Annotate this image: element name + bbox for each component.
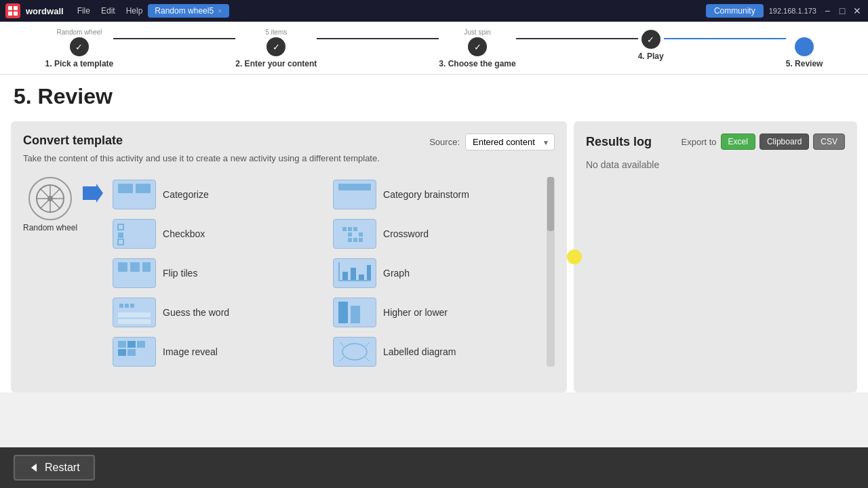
connector-3	[516, 38, 638, 39]
progress-steps: Random wheel ✓ 1. Pick a template 5 item…	[45, 28, 823, 68]
svg-rect-50	[130, 304, 134, 308]
svg-rect-21	[126, 226, 149, 228]
step-2[interactable]: 5 items ✓ 2. Enter your content	[235, 28, 317, 68]
svg-rect-13	[118, 196, 133, 205]
template-guess-the-word-label: Guess the word	[163, 307, 229, 318]
svg-rect-1	[14, 6, 18, 10]
template-graph[interactable]: Graph	[329, 256, 545, 291]
minimize-button[interactable]: −	[822, 5, 833, 16]
svg-rect-28	[348, 227, 352, 231]
template-guess-the-word[interactable]: Guess the word	[108, 295, 325, 330]
menu-help[interactable]: Help	[126, 6, 143, 16]
step-3[interactable]: Just spin ✓ 3. Choose the game	[439, 28, 515, 68]
template-labelled-diagram[interactable]: Labelled diagram	[329, 334, 545, 367]
restart-icon	[28, 462, 39, 473]
titlebar-left: wordwall File Edit Help Random wheel5 ×	[5, 3, 229, 18]
template-categorize[interactable]: Categorize	[108, 177, 325, 212]
menu-edit[interactable]: Edit	[101, 6, 115, 16]
export-excel-button[interactable]: Excel	[721, 134, 755, 150]
svg-rect-53	[338, 302, 348, 323]
template-crossword[interactable]: Crossword	[329, 216, 545, 251]
thumb-category-brainstorm	[333, 180, 376, 209]
template-category-brainstorm[interactable]: Category brainstorm	[329, 177, 545, 212]
svg-rect-31	[348, 238, 352, 242]
source-dropdown[interactable]: Entered content	[465, 134, 555, 150]
svg-point-9	[47, 196, 53, 201]
svg-rect-27	[342, 227, 347, 231]
template-grid: Categorize Category brainstorm	[108, 177, 555, 367]
template-image-reveal[interactable]: Image reveal	[108, 334, 325, 367]
export-row: Export to Excel Clipboard CSV	[682, 134, 845, 150]
step-2-label: 2. Enter your content	[235, 59, 317, 68]
svg-rect-24	[118, 239, 123, 245]
svg-rect-20	[118, 224, 123, 230]
connector-1	[113, 38, 235, 39]
step-1[interactable]: Random wheel ✓ 1. Pick a template	[45, 28, 114, 68]
community-button[interactable]: Community	[706, 4, 764, 18]
results-log-title: Results log	[586, 135, 652, 149]
template-higher-or-lower[interactable]: Higher or lower	[329, 295, 545, 330]
current-template-icon	[28, 177, 72, 220]
scrollbar-thumb[interactable]	[547, 177, 554, 231]
scrollbar-track[interactable]	[547, 177, 555, 367]
svg-rect-39	[130, 274, 140, 284]
svg-rect-0	[8, 6, 12, 10]
step-5-label: 5. Review	[786, 59, 823, 68]
thumb-categorize	[113, 180, 156, 209]
titlebar: wordwall File Edit Help Random wheel5 × …	[0, 0, 868, 22]
svg-rect-2	[8, 12, 12, 16]
template-labelled-diagram-label: Labelled diagram	[383, 346, 456, 357]
titlebar-right: Community 192.168.1.173 − □ ✕	[706, 4, 863, 18]
export-clipboard-button[interactable]: Clipboard	[760, 134, 809, 150]
close-button[interactable]: ✕	[852, 5, 863, 16]
step-4-icon: ✓	[642, 30, 660, 49]
svg-rect-45	[359, 274, 364, 280]
active-tab[interactable]: Random wheel5 ×	[148, 4, 229, 18]
svg-rect-37	[142, 262, 151, 272]
svg-rect-23	[126, 234, 149, 237]
svg-rect-3	[14, 12, 18, 16]
svg-rect-16	[338, 193, 353, 199]
step-5-sublabel	[804, 28, 806, 36]
menu-file[interactable]: File	[77, 6, 90, 16]
svg-rect-33	[359, 232, 363, 237]
step-4-label: 4. Play	[638, 52, 664, 61]
maximize-button[interactable]: □	[837, 5, 848, 16]
convert-arrow	[83, 177, 103, 203]
svg-rect-61	[127, 349, 136, 356]
convert-template-panel: Convert template Take the content of thi…	[11, 121, 567, 392]
svg-rect-57	[118, 341, 126, 348]
template-checkbox-label: Checkbox	[163, 228, 205, 239]
template-flip-tiles[interactable]: Flip tiles	[108, 256, 325, 291]
source-dropdown-wrapper[interactable]: Entered content	[465, 134, 555, 150]
step-5[interactable]: 5. Review	[786, 28, 823, 68]
restart-button[interactable]: Restart	[14, 455, 95, 481]
export-csv-button[interactable]: CSV	[813, 134, 845, 150]
svg-rect-11	[118, 184, 133, 193]
step-2-sublabel: 5 items	[265, 28, 287, 36]
template-image-reveal-label: Image reveal	[163, 346, 218, 357]
svg-rect-15	[338, 184, 371, 190]
restart-label: Restart	[45, 462, 80, 474]
svg-rect-29	[353, 227, 357, 231]
svg-marker-10	[83, 184, 103, 203]
results-header: Results log Export to Excel Clipboard CS…	[586, 134, 845, 150]
svg-rect-30	[348, 232, 352, 237]
svg-rect-52	[118, 319, 151, 324]
results-log-panel: Results log Export to Excel Clipboard CS…	[574, 121, 857, 392]
template-categorize-label: Categorize	[163, 189, 209, 200]
svg-rect-34	[359, 238, 363, 242]
svg-rect-60	[118, 349, 126, 356]
svg-rect-14	[136, 196, 151, 205]
thumb-crossword	[333, 219, 376, 249]
step-3-icon: ✓	[468, 37, 487, 56]
template-checkbox[interactable]: Checkbox	[108, 216, 325, 251]
svg-line-64	[366, 342, 370, 346]
thumb-higher-or-lower	[333, 298, 376, 327]
step-3-label: 3. Choose the game	[439, 59, 515, 68]
ip-address: 192.168.1.173	[769, 7, 816, 15]
step-4[interactable]: ✓ 4. Play	[638, 28, 664, 61]
svg-rect-51	[118, 312, 151, 317]
template-category-brainstorm-label: Category brainstorm	[383, 189, 469, 200]
tab-close-btn[interactable]: ×	[218, 7, 222, 15]
